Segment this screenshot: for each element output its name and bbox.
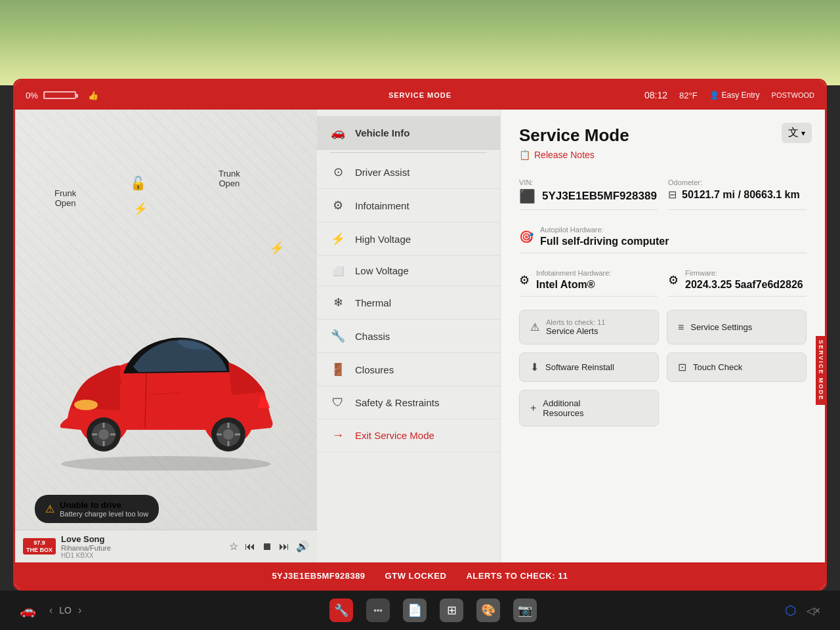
top-temp: 82°F <box>679 91 698 100</box>
high-voltage-icon: ⚡ <box>330 232 346 246</box>
menu-item-driver-assist[interactable]: ⊙ Driver Assist <box>317 156 500 189</box>
touch-check-label: Touch Check <box>693 362 742 372</box>
profile-icon: 👤 <box>709 91 719 100</box>
nav-label: LO <box>59 605 72 616</box>
wrench-app-icon[interactable]: 🔧 <box>329 598 353 622</box>
menu-label-chassis: Chassis <box>355 331 390 342</box>
dots-app-icon[interactable]: ••• <box>366 598 390 622</box>
driver-assist-icon: ⊙ <box>330 165 346 179</box>
menu-item-low-voltage[interactable]: ⬜ Low Voltage <box>317 256 500 286</box>
touch-check-button[interactable]: ⊡ Touch Check <box>667 352 807 382</box>
service-alerts-label: Service Alerts <box>546 326 606 336</box>
menu-item-safety-restraints[interactable]: 🛡 Safety & Restraints <box>317 387 500 419</box>
vin-row: ⬛ 5YJ3E1EB5MF928389 <box>519 188 658 204</box>
file-app-icon[interactable]: 📄 <box>403 598 427 622</box>
car-home-icon[interactable]: 🚗 <box>20 602 36 618</box>
vin-label: VIN: <box>519 178 658 186</box>
taskbar-nav: ‹ LO › <box>49 604 81 616</box>
bottom-status-bar: 5YJ3E1EB5MF928389 GTW LOCKED ALERTS TO C… <box>15 562 825 589</box>
additional-resources-button[interactable]: + AdditionalResources <box>519 390 659 427</box>
autopilot-icon: 🎯 <box>519 230 534 244</box>
volume-icon[interactable]: 🔊 <box>296 540 309 553</box>
top-bar: 0% 👍 SERVICE MODE 08:12 82°F 👤 Easy Entr… <box>15 81 825 110</box>
main-screen: 0% 👍 SERVICE MODE 08:12 82°F 👤 Easy Entr… <box>13 79 827 591</box>
menu-item-thermal[interactable]: ❄ Thermal <box>317 286 500 320</box>
top-bar-left: 0% 👍 <box>26 91 631 100</box>
odometer-value: 50121.7 mi / 80663.1 km <box>682 189 800 201</box>
infotainment-icon: ⚙ <box>330 198 346 213</box>
firmware-block: ⚙ Firmware: 2024.3.25 5aaf7e6d2826 <box>668 264 807 297</box>
thermal-icon: ❄ <box>330 295 346 310</box>
menu-panel: 🚗 Vehicle Info ⊙ Driver Assist ⚙ Infotai… <box>317 110 501 562</box>
service-alerts-icon: ⚠ <box>530 321 539 333</box>
service-alerts-button[interactable]: ⚠ Alerts to check: 11 Service Alerts <box>519 310 659 345</box>
vin-value: 5YJ3E1EB5MF928389 <box>542 190 657 203</box>
alert-badge: ⚠ Unable to drive Battery charge level t… <box>35 495 159 523</box>
menu-item-vehicle-info[interactable]: 🚗 Vehicle Info <box>317 116 500 150</box>
car-image <box>28 293 304 490</box>
service-panel-title: Service Mode <box>519 125 807 146</box>
menu-item-high-voltage[interactable]: ⚡ High Voltage <box>317 222 500 256</box>
alert-subtitle: Battery charge level too low <box>60 510 148 518</box>
next-track-icon[interactable]: ⏭ <box>279 541 289 553</box>
odometer-row: ⊟ 50121.7 mi / 80663.1 km <box>668 188 807 201</box>
infotainment-hw-label: Infotainment Hardware: <box>536 269 611 277</box>
alert-text-block: Unable to drive Battery charge level too… <box>60 500 148 518</box>
volume-muted-icon[interactable]: ◁× <box>807 604 820 617</box>
music-info: Love Song Rihanna/Future HD1 KBXX <box>61 534 224 559</box>
low-voltage-icon: ⬜ <box>330 266 346 276</box>
menu-item-closures[interactable]: 🚪 Closures <box>317 353 500 387</box>
infotainment-hw-block: ⚙ Infotainment Hardware: Intel Atom® <box>519 264 658 297</box>
menu-divider-1 <box>330 152 487 153</box>
translate-icon: 文 <box>788 126 799 140</box>
battery-bar <box>43 91 76 99</box>
alert-title: Unable to drive <box>60 500 148 510</box>
additional-resources-label: AdditionalResources <box>543 398 583 418</box>
status-vin: 5YJ3E1EB5MF928389 <box>272 571 365 581</box>
autopilot-value: Full self-driving computer <box>540 236 669 247</box>
software-reinstall-label: Software Reinstall <box>545 362 614 372</box>
taskbar-right: ⬡ ◁× <box>785 602 820 618</box>
menu-label-vehicle-info: Vehicle Info <box>355 127 410 138</box>
frunk-label: Frunk Open <box>54 188 76 208</box>
svg-point-0 <box>61 456 271 471</box>
nav-forward-icon[interactable]: › <box>78 604 81 616</box>
svg-point-1 <box>74 400 98 410</box>
infotainment-hw-icon: ⚙ <box>519 273 530 287</box>
menu-label-low-voltage: Low Voltage <box>355 265 409 276</box>
taskbar-center: 🔧 ••• 📄 ⊞ 🎨 📷 <box>329 598 537 622</box>
safety-icon: 🛡 <box>330 396 346 410</box>
action-buttons-grid: ⚠ Alerts to check: 11 Service Alerts ≡ S… <box>519 310 807 427</box>
release-notes-link[interactable]: 📋 Release Notes <box>519 150 807 160</box>
autopilot-info: Autopilot Hardware: Full self-driving co… <box>540 226 669 247</box>
stop-icon[interactable]: ⏹ <box>262 541 272 553</box>
service-settings-button[interactable]: ≡ Service Settings <box>667 310 807 345</box>
additional-resources-icon: + <box>530 402 536 414</box>
menu-item-exit[interactable]: → Exit Service Mode <box>317 419 500 452</box>
favorite-icon[interactable]: ☆ <box>229 540 238 553</box>
prev-track-icon[interactable]: ⏮ <box>245 541 255 553</box>
grid-app-icon[interactable]: ⊞ <box>440 598 463 622</box>
menu-label-safety: Safety & Restraints <box>355 397 439 408</box>
music-controls[interactable]: ☆ ⏮ ⏹ ⏭ 🔊 <box>229 540 309 553</box>
odometer-block: Odometer: ⊟ 50121.7 mi / 80663.1 km <box>668 173 807 210</box>
menu-label-high-voltage: High Voltage <box>355 234 411 245</box>
music-bar: 97.9THE BOX Love Song Rihanna/Future HD1… <box>15 530 317 562</box>
software-reinstall-button[interactable]: ⬇ Software Reinstall <box>519 352 659 382</box>
nav-back-icon[interactable]: ‹ <box>49 604 52 616</box>
taskbar-left: 🚗 ‹ LO › <box>20 602 81 618</box>
bluetooth-icon[interactable]: ⬡ <box>785 602 796 618</box>
camera-app-icon[interactable]: 📷 <box>513 598 537 622</box>
color-app-icon[interactable]: 🎨 <box>476 598 500 622</box>
translate-button[interactable]: 文 ▾ <box>782 123 812 143</box>
firmware-info: Firmware: 2024.3.25 5aaf7e6d2826 <box>685 269 803 291</box>
background-photo <box>0 0 840 85</box>
service-settings-icon: ≡ <box>678 322 684 333</box>
firmware-label: Firmware: <box>685 269 803 277</box>
menu-label-exit: Exit Service Mode <box>355 430 434 441</box>
software-reinstall-icon: ⬇ <box>530 361 539 373</box>
menu-item-infotainment[interactable]: ⚙ Infotainment <box>317 189 500 222</box>
menu-item-chassis[interactable]: 🔧 Chassis <box>317 320 500 353</box>
infotainment-hw-info: Infotainment Hardware: Intel Atom® <box>536 269 611 291</box>
vin-block: VIN: ⬛ 5YJ3E1EB5MF928389 <box>519 173 658 210</box>
